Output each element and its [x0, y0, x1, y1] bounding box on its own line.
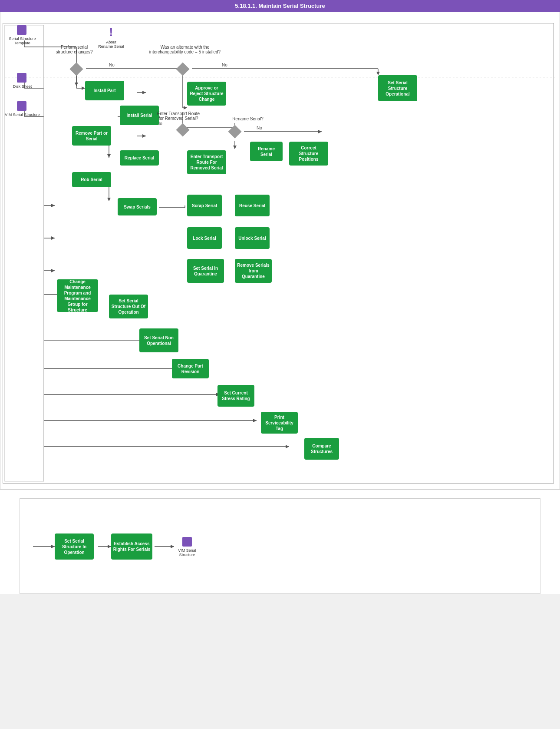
svg-text:No: No	[109, 63, 115, 67]
was-alternate-label: Was an alternate with the interchangeabi…	[148, 45, 222, 54]
perform-serial-changes-label: Perform serial structure changes?	[53, 45, 96, 54]
diamond-rename-serial	[228, 125, 241, 138]
svg-marker-32	[107, 198, 111, 201]
svg-text:No: No	[222, 63, 227, 67]
sub-diagram: Set Serial Structure In Operation Establ…	[20, 498, 540, 594]
change-maintenance-program-box[interactable]: Change Maintenance Program and Maintenan…	[57, 279, 98, 312]
svg-marker-30	[107, 154, 111, 158]
svg-marker-28	[142, 134, 146, 138]
diamond-transport-route	[176, 123, 189, 136]
approve-reject-box[interactable]: Approve or Reject Structure Change	[187, 82, 226, 106]
print-serviceability-tag-box[interactable]: Print Serviceability Tag	[261, 412, 298, 434]
set-serial-quarantine-box[interactable]: Set Serial in Quarantine	[187, 259, 224, 283]
enter-transport-route-label: Enter Transport Route for Removed Serial…	[157, 111, 200, 121]
set-serial-structure-out-of-operation-box[interactable]: Set Serial Structure Out Of Operation	[109, 295, 148, 318]
swap-serials-box[interactable]: Swap Serials	[118, 198, 157, 215]
page-header: 5.18.1.1. Maintain Serial Structure	[0, 0, 560, 12]
establish-access-rights-box[interactable]: Establish Access Rights For Serials	[111, 533, 152, 560]
set-current-stress-rating-box[interactable]: Set Current Stress Rating	[217, 385, 254, 407]
vim-serial-structure-icon	[17, 101, 26, 111]
disk-sheet-icon	[17, 73, 26, 83]
vim-serial-structure2-icon	[182, 537, 192, 547]
page-container: 5.18.1.1. Maintain Serial Structure No	[0, 0, 560, 594]
exclamation-icon: !	[98, 25, 124, 39]
remove-part-or-serial-box[interactable]: Remove Part or Serial	[72, 126, 111, 146]
vim-serial-structure2-label: VIM Serial Structure	[174, 548, 200, 557]
diamond-alternate	[176, 62, 189, 76]
rename-serial-label-text: Rename Serial?	[231, 116, 265, 121]
vim-serial-structure2-group: VIM Serial Structure	[174, 537, 200, 557]
svg-marker-78	[108, 545, 111, 548]
about-rename-serial-group: ! About Rename Serial	[98, 25, 124, 49]
set-serial-structure-operational-box[interactable]: Set Serial Structure Operational	[378, 75, 417, 101]
svg-marker-18	[82, 86, 85, 90]
svg-text:No: No	[257, 126, 262, 130]
remove-serials-quarantine-box[interactable]: Remove Serials from Quarantine	[235, 259, 272, 283]
disk-sheet-label: Disk Sheet	[4, 73, 41, 89]
svg-marker-63	[184, 106, 187, 109]
unlock-serial-box[interactable]: Unlock Serial	[235, 227, 270, 249]
svg-marker-76	[51, 545, 55, 548]
svg-marker-80	[171, 545, 174, 548]
about-rename-serial-label: About Rename Serial	[98, 40, 124, 49]
svg-marker-46	[51, 269, 55, 272]
lock-serial-box[interactable]: Lock Serial	[187, 227, 222, 249]
svg-marker-73	[233, 146, 237, 149]
rename-serial-box[interactable]: Rename Serial	[250, 142, 283, 161]
replace-serial-box[interactable]: Replace Serial	[120, 150, 159, 166]
compare-structures-box[interactable]: Compare Structures	[304, 438, 339, 460]
svg-marker-10	[75, 83, 78, 86]
header-title: 5.18.1.1. Maintain Serial Structure	[235, 3, 325, 9]
svg-marker-42	[51, 204, 55, 207]
scrap-serial-box[interactable]: Scrap Serial	[187, 195, 222, 216]
enter-transport-route-box[interactable]: Enter Transport Route For Removed Serial	[187, 150, 226, 174]
correct-structure-positions-box[interactable]: Correct Structure Positions	[289, 142, 328, 166]
rob-serial-box[interactable]: Rob Serial	[72, 172, 111, 187]
svg-marker-58	[253, 419, 257, 422]
serial-structure-template-label: Serial Structure Template	[4, 25, 41, 45]
sub-diagram-arrows	[20, 499, 540, 593]
vim-serial-structure-label: VIM Serial Structure	[4, 101, 41, 117]
serial-structure-template-icon	[17, 25, 26, 35]
install-part-box[interactable]: Install Part	[85, 81, 124, 100]
svg-rect-2	[5, 25, 44, 481]
install-serial-box[interactable]: Install Serial	[120, 106, 159, 125]
change-part-revision-box[interactable]: Change Part Revision	[172, 359, 209, 378]
svg-marker-24	[142, 91, 146, 94]
svg-marker-71	[318, 130, 322, 133]
main-diagram: No No	[0, 12, 560, 490]
reuse-serial-box[interactable]: Reuse Serial	[235, 195, 270, 216]
svg-marker-15	[376, 72, 380, 75]
diamond-perform-changes	[69, 62, 83, 76]
set-serial-structure-in-operation-box[interactable]: Set Serial Structure In Operation	[55, 533, 94, 560]
set-serial-non-operational-box[interactable]: Set Serial Non Operational	[139, 328, 178, 352]
svg-marker-44	[51, 236, 55, 240]
svg-marker-60	[286, 445, 289, 448]
